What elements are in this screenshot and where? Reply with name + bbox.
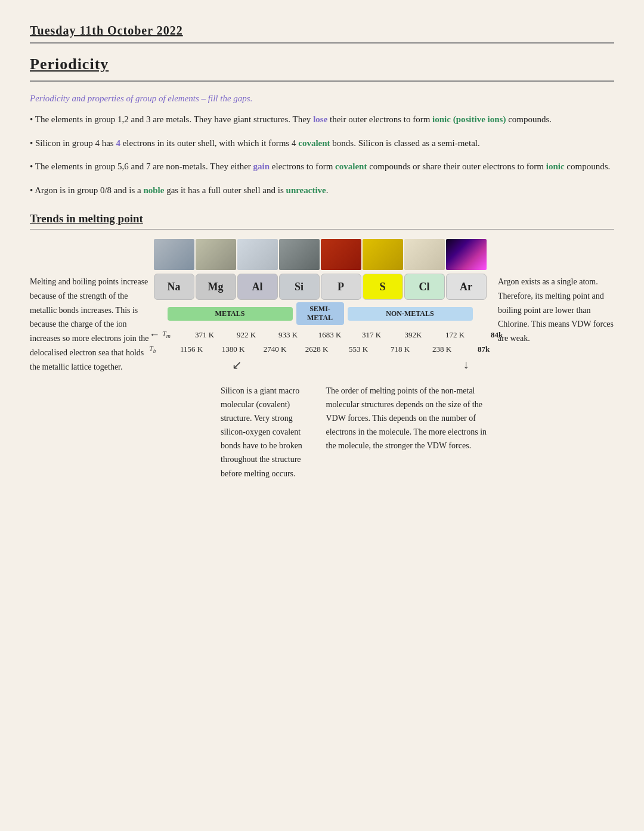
category-nonmetals: NON-METALS xyxy=(348,307,473,321)
title-section: Periodicity xyxy=(30,55,614,82)
bullet-item-2: • Silicon in group 4 has 4 electrons in … xyxy=(30,136,614,151)
element-p: P xyxy=(321,274,361,300)
melting-point-row: ← Tm 371 K 922 K 933 K 1683 K 317 K 392K… xyxy=(149,328,491,341)
tb-p: 553 K xyxy=(338,343,379,355)
bullet-item-1: • The elements in group 1,2 and 3 are me… xyxy=(30,112,614,128)
right-annotation-text: Argon exists as a single atom. Therefore… xyxy=(498,277,614,343)
bullet3-text-before: • The elements in group 5,6 and 7 are no… xyxy=(30,162,253,171)
bullet3-text-end: compounds. xyxy=(565,162,611,171)
bullet2-text-mid1: electrons in its outer shell, with which… xyxy=(120,138,298,148)
silicon-description: Silicon is a giant macro molecular (cova… xyxy=(221,384,314,480)
tb-mg: 1380 K xyxy=(213,343,253,355)
img-p xyxy=(321,239,361,270)
bullet4-highlight1: noble xyxy=(143,185,164,195)
si-arrow-down: ↙ xyxy=(232,358,242,372)
bullet2-text-before: • Silicon in group 4 has xyxy=(30,138,116,148)
category-metals: METALS xyxy=(168,307,293,321)
bottom-left-text: Silicon is a giant macro molecular (cova… xyxy=(149,384,314,480)
tb-label: Tb xyxy=(149,345,171,354)
tb-al: 2740 K xyxy=(255,343,295,355)
element-images-row xyxy=(149,239,491,270)
tm-cl: 172 K xyxy=(435,329,475,341)
bullet3-highlight3: ionic xyxy=(546,162,565,171)
bullet1-highlight2: ionic (positive ions) xyxy=(432,114,506,124)
chart-outer: Melting and boiling points increase beca… xyxy=(30,239,614,480)
bullet4-highlight2: unreactive xyxy=(286,185,326,195)
tm-al: 933 K xyxy=(268,329,308,341)
element-mg: Mg xyxy=(196,274,236,300)
img-s xyxy=(363,239,403,270)
tb-na: 1156 K xyxy=(171,343,212,355)
page-title: Periodicity xyxy=(30,55,614,73)
bullet4-text-before: • Argon is in group 0/8 and is a xyxy=(30,185,143,195)
tb-s: 718 K xyxy=(380,343,420,355)
bullet1-highlight1: lose xyxy=(313,114,327,124)
bullet3-highlight2: covalent xyxy=(335,162,367,171)
subtitle: Periodicity and properties of group of e… xyxy=(30,94,614,104)
element-na: Na xyxy=(154,274,194,300)
nonmetal-text: The order of melting points of the non-m… xyxy=(326,386,487,450)
silicon-text: Silicon is a giant macro molecular (cova… xyxy=(221,386,302,478)
tm-si: 1683 K xyxy=(309,329,350,341)
tm-s: 392K xyxy=(393,329,434,341)
tb-si: 2628 K xyxy=(296,343,337,355)
trends-title: Trends in melting point xyxy=(30,212,614,230)
tm-p: 317 K xyxy=(351,329,392,341)
category-semimetal: SEMI- METAL xyxy=(296,302,344,325)
img-ar xyxy=(446,239,487,270)
bullet4-text-mid1: gas it has a full outer shell and is xyxy=(164,185,286,195)
bullet-item-4: • Argon is in group 0/8 and is a noble g… xyxy=(30,183,614,199)
img-cl xyxy=(404,239,445,270)
bottom-right-text: The order of melting points of the non-m… xyxy=(326,384,491,480)
chart-center: Na Mg Al Si P S Cl Ar METALS SEMI- METAL… xyxy=(149,239,491,480)
element-si: Si xyxy=(279,274,320,300)
boiling-point-row: Tb 1156 K 1380 K 2740 K 2628 K 553 K 718… xyxy=(149,343,491,355)
arrows-row: ↙ ↓ xyxy=(149,358,491,379)
bullet4-text-end: . xyxy=(326,185,329,195)
arrow-left-icon: ← xyxy=(149,328,160,341)
left-annotation-text: Melting and boiling points increase beca… xyxy=(30,277,148,371)
img-si xyxy=(279,239,320,270)
bottom-text-block: Silicon is a giant macro molecular (cova… xyxy=(149,384,491,480)
category-row: METALS SEMI- METAL NON-METALS xyxy=(149,302,491,325)
element-symbols-row: Na Mg Al Si P S Cl Ar xyxy=(149,274,491,300)
img-mg xyxy=(196,239,236,270)
left-annotation: Melting and boiling points increase beca… xyxy=(30,275,149,374)
element-cl: Cl xyxy=(404,274,445,300)
bullet2-highlight1: 4 xyxy=(116,138,120,148)
bullet3-text-mid2: compounds or share their outer electrons… xyxy=(367,162,546,171)
img-al xyxy=(237,239,278,270)
tm-mg: 922 K xyxy=(226,329,267,341)
bullet1-text-mid1: their outer electrons to form xyxy=(327,114,432,124)
ar-arrow-down: ↓ xyxy=(463,358,469,371)
element-ar: Ar xyxy=(446,274,487,300)
date-title: Tuesday 11th October 2022 xyxy=(30,24,183,37)
img-na xyxy=(154,239,194,270)
bullet-section: • The elements in group 1,2 and 3 are me… xyxy=(30,112,614,198)
bullet-item-3: • The elements in group 5,6 and 7 are no… xyxy=(30,159,614,175)
tb-cl: 238 K xyxy=(422,343,462,355)
bullet2-highlight2: covalent xyxy=(298,138,330,148)
bullet2-text-mid2: bonds. Silicon is classed as a semi-meta… xyxy=(330,138,480,148)
tm-label: Tm xyxy=(162,330,184,339)
element-al: Al xyxy=(237,274,278,300)
trends-section: Trends in melting point Melting and boil… xyxy=(30,212,614,480)
bullet3-highlight1: gain xyxy=(253,162,270,171)
tm-na: 371 K xyxy=(184,329,225,341)
bullet1-text-mid2: compounds. xyxy=(506,114,552,124)
tb-values: 1156 K 1380 K 2740 K 2628 K 553 K 718 K … xyxy=(171,343,504,355)
date-section: Tuesday 11th October 2022 xyxy=(30,24,614,44)
bullet3-text-mid1: electrons to form xyxy=(270,162,335,171)
right-annotation: Argon exists as a single atom. Therefore… xyxy=(498,275,614,346)
bullet1-text-before: • The elements in group 1,2 and 3 are me… xyxy=(30,114,313,124)
tm-values: 371 K 922 K 933 K 1683 K 317 K 392K 172 … xyxy=(184,329,518,341)
element-s: S xyxy=(363,274,403,300)
